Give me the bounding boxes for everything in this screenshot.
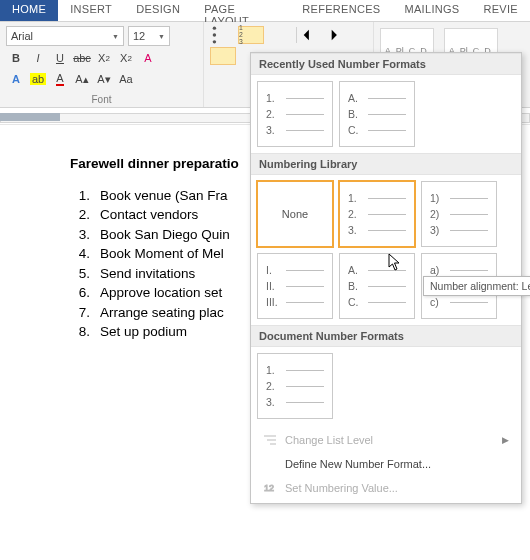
library-format-4[interactable]: A. B. C. [339,253,415,319]
recent-format-1[interactable]: 1. 2. 3. [257,81,333,147]
chevron-down-icon: ▼ [158,33,165,40]
tab-references[interactable]: REFERENCES [290,0,392,21]
shrink-font-button[interactable]: A▾ [94,70,114,88]
svg-point-2 [213,33,216,36]
font-group: Arial ▼ 12 ▼ B I U abc X2 X2 A A ab A A▴… [0,22,204,107]
chevron-right-icon: ▶ [502,435,509,445]
tab-mailings[interactable]: MAILINGS [393,0,472,21]
library-format-2[interactable]: 1) 2) 3) [421,181,497,247]
font-group-label: Font [6,94,197,105]
document-format-1[interactable]: 1. 2. 3. [257,353,333,419]
tab-review[interactable]: REVIE [471,0,530,21]
change-list-level-action: Change List Level ▶ [255,428,517,452]
number-value-icon: 12 [263,481,277,495]
library-format-3[interactable]: I. II. III. [257,253,333,319]
set-numbering-value-action: 12 Set Numbering Value... [255,476,517,500]
grow-font-button[interactable]: A▴ [72,70,92,88]
ruler-margin [0,113,60,121]
underline-button[interactable]: U [50,49,70,67]
text-effects-button[interactable]: A [6,70,26,88]
tab-design[interactable]: DESIGN [124,0,192,21]
define-new-format-action[interactable]: Define New Number Format... [255,452,517,476]
ribbon-tabs: HOME INSERT DESIGN PAGE LAYOUT REFERENCE… [0,0,530,22]
svg-text:12: 12 [264,483,274,493]
font-size-value: 12 [133,30,145,42]
align-left-button[interactable] [210,47,236,65]
section-document-header: Document Number Formats [251,325,521,347]
decrease-indent-button[interactable] [301,26,327,44]
superscript-button[interactable]: X2 [116,49,136,67]
numbering-button[interactable]: 123 [238,26,264,44]
font-name-select[interactable]: Arial ▼ [6,26,124,46]
chevron-down-icon: ▼ [112,33,119,40]
multilevel-list-button[interactable] [266,26,292,44]
bullets-button[interactable] [210,26,236,44]
strikethrough-button[interactable]: abc [72,49,92,67]
svg-point-0 [213,26,216,29]
bold-button[interactable]: B [6,49,26,67]
library-format-none[interactable]: None [257,181,333,247]
change-case-button[interactable]: Aa [116,70,136,88]
increase-indent-button[interactable] [329,26,355,44]
clear-formatting-button[interactable]: A [138,49,158,67]
tab-insert[interactable]: INSERT [58,0,124,21]
tab-home[interactable]: HOME [0,0,58,21]
font-name-value: Arial [11,30,33,42]
tab-page-layout[interactable]: PAGE LAYOUT [192,0,290,21]
italic-button[interactable]: I [28,49,48,67]
font-size-select[interactable]: 12 ▼ [128,26,170,46]
tooltip: Number alignment: Left [423,276,530,296]
library-format-1[interactable]: 1. 2. 3. [339,181,415,247]
recent-format-2[interactable]: A. B. C. [339,81,415,147]
highlight-button[interactable]: ab [28,70,48,88]
section-library-header: Numbering Library [251,153,521,175]
subscript-button[interactable]: X2 [94,49,114,67]
section-recent-header: Recently Used Number Formats [251,53,521,75]
font-color-button[interactable]: A [50,70,70,88]
blank-icon [263,457,277,471]
indent-icon [263,433,277,447]
